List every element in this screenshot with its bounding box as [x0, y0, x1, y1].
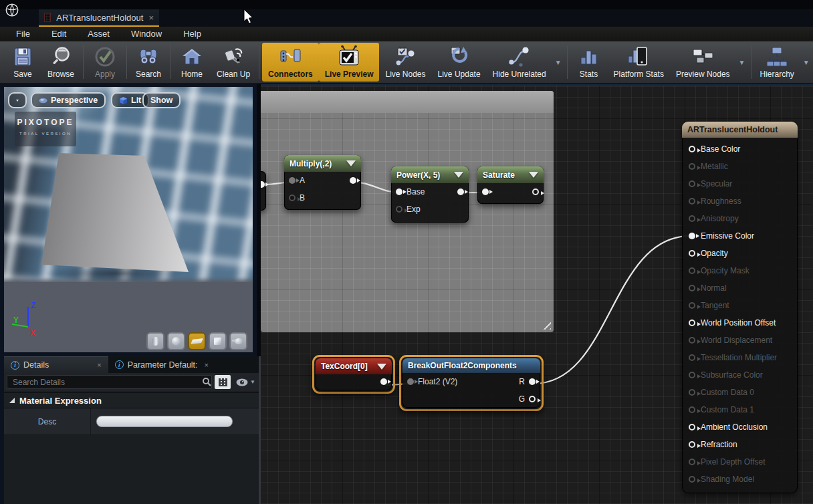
live-preview-button[interactable]: Live Preview [319, 43, 380, 82]
output-pin-g[interactable] [529, 396, 536, 402]
hierarchy-dropdown-icon[interactable]: ▼ [800, 59, 812, 66]
clean-up-button[interactable]: Clean Up [211, 43, 256, 82]
node-power[interactable]: Power(X, 5) Base Exp [391, 166, 469, 223]
input-pin-base[interactable] [396, 188, 402, 195]
input-pin-b[interactable] [289, 195, 296, 201]
material-pin-ambient-occlusion[interactable]: Ambient Occlusion [682, 418, 798, 436]
material-pin-world-displacement[interactable]: World Displacement [682, 332, 798, 349]
input-pin-a[interactable] [289, 177, 296, 184]
preview-nodes-button[interactable]: Preview Nodes [670, 43, 736, 82]
node-texcoord-selection[interactable]: TexCoord[0] [312, 355, 395, 394]
close-icon[interactable]: × [205, 361, 209, 369]
material-expression-section-header[interactable]: Material Expression [4, 392, 261, 408]
asset-tab[interactable]: ARTranslucentHoldout × [39, 9, 159, 27]
output-pin[interactable] [532, 188, 539, 195]
output-pin[interactable] [380, 378, 387, 385]
material-pin-anisotropy[interactable]: Anisotropy [682, 210, 798, 227]
node-breakout-selection[interactable]: BreakOutFloat2Components Float2 (V2) R G [399, 355, 544, 411]
menu-window[interactable]: Window [122, 27, 171, 40]
hide-unrelated-dropdown-icon[interactable]: ▼ [552, 59, 564, 66]
material-pin-base-color[interactable]: Base Color [682, 140, 798, 158]
desc-input[interactable] [96, 416, 233, 427]
node-breakout[interactable]: BreakOutFloat2Components Float2 (V2) R G [402, 358, 540, 408]
save-button[interactable]: Save [4, 43, 41, 82]
pin-icon [689, 285, 695, 291]
mesh-cylinder-button[interactable] [146, 332, 164, 350]
input-pin[interactable] [482, 188, 489, 195]
preview-viewport[interactable]: Perspective Lit Show PIXOTOPE TRIAL VERS… [0, 84, 257, 356]
visibility-filter-button[interactable]: ▼ [233, 378, 258, 386]
chevron-down-icon[interactable] [346, 160, 356, 166]
chevron-down-icon[interactable] [529, 172, 538, 178]
chevron-down-icon[interactable] [377, 364, 386, 370]
material-pin-opacity[interactable]: Opacity [682, 245, 798, 262]
node-header[interactable]: Multiply(,2) [284, 155, 361, 172]
material-graph-canvas[interactable]: Multiply(,2) A B Power(X, 5) Base Exp [261, 84, 813, 504]
material-output-node[interactable]: ARTranslucentHoldout Base Color Metallic… [682, 122, 798, 493]
output-pin[interactable] [457, 188, 464, 195]
grid-view-button[interactable] [215, 375, 231, 389]
tab-close-icon[interactable]: × [148, 13, 154, 23]
search-button[interactable]: Search [130, 43, 167, 82]
platform-stats-button[interactable]: Platform Stats [608, 43, 670, 82]
home-button[interactable]: Home [173, 43, 211, 82]
output-pin[interactable] [350, 177, 356, 184]
menu-file[interactable]: File [7, 27, 39, 40]
browse-button[interactable]: Browse [41, 43, 80, 82]
search-details-input[interactable] [7, 375, 212, 389]
input-pin-float2[interactable] [407, 378, 414, 385]
mesh-cube-button[interactable] [209, 332, 227, 350]
output-pin-r[interactable] [529, 378, 536, 385]
material-pin-custom-data-1[interactable]: Custom Data 1 [682, 401, 798, 418]
material-node-header[interactable]: ARTranslucentHoldout [682, 122, 798, 138]
output-pin[interactable] [261, 181, 265, 188]
close-icon[interactable]: × [97, 361, 101, 369]
node-header[interactable]: BreakOutFloat2Components [402, 358, 540, 373]
connectors-button[interactable]: Connectors [262, 43, 319, 82]
node-header[interactable]: Saturate [477, 166, 544, 183]
node-multiply[interactable]: Multiply(,2) A B [284, 155, 361, 210]
material-pin-metallic[interactable]: Metallic [682, 158, 798, 175]
hierarchy-button[interactable]: Hierarchy [754, 43, 800, 82]
material-pin-tangent[interactable]: Tangent [682, 297, 798, 314]
node-header[interactable]: TexCoord[0] [316, 358, 392, 374]
offscreen-node[interactable] [261, 171, 266, 211]
hide-unrelated-button[interactable]: Hide Unrelated [487, 43, 552, 82]
material-pin-specular[interactable]: Specular [682, 175, 798, 193]
viewport-options-dropdown[interactable] [8, 92, 27, 108]
preview-nodes-dropdown-icon[interactable]: ▼ [736, 59, 748, 66]
node-saturate[interactable]: Saturate [477, 166, 544, 204]
mesh-plane-button[interactable] [188, 332, 206, 350]
pin-icon [689, 146, 695, 152]
live-nodes-button[interactable]: Live Nodes [379, 43, 431, 82]
material-pin-world-position-offset[interactable]: World Position Offset [682, 314, 798, 332]
material-pin-pixel-depth-offset[interactable]: Pixel Depth Offset [682, 453, 798, 471]
comment-title-bar[interactable] [261, 91, 554, 113]
chevron-down-icon[interactable] [454, 172, 463, 178]
perspective-button[interactable]: Perspective [31, 92, 106, 108]
material-pin-shading-model[interactable]: Shading Model [682, 471, 798, 488]
mesh-sphere-button[interactable] [167, 332, 185, 350]
material-pin-subsurface-color[interactable]: Subsurface Color [682, 366, 798, 384]
material-pin-emissive-color[interactable]: Emissive Color [682, 227, 798, 245]
comment-resize-handle[interactable] [542, 320, 551, 330]
menu-edit[interactable]: Edit [42, 27, 76, 40]
tab-details[interactable]: i Details × [4, 356, 108, 373]
menu-asset[interactable]: Asset [78, 27, 119, 40]
material-pin-custom-data-0[interactable]: Custom Data 0 [682, 384, 798, 401]
material-pin-refraction[interactable]: Refraction [682, 436, 798, 453]
show-button[interactable]: Show [142, 92, 181, 108]
material-pin-roughness[interactable]: Roughness [682, 193, 798, 210]
node-header[interactable]: Power(X, 5) [391, 166, 469, 183]
material-pin-normal[interactable]: Normal [682, 279, 798, 297]
live-update-button[interactable]: Live Update [432, 43, 487, 82]
mesh-teapot-button[interactable] [229, 332, 247, 350]
material-pin-tessellation-multiplier[interactable]: Tessellation Multiplier [682, 349, 798, 366]
stats-button[interactable]: Stats [570, 43, 608, 82]
node-texcoord[interactable]: TexCoord[0] [316, 358, 392, 390]
apply-button[interactable]: Apply [86, 43, 124, 82]
input-pin-exp[interactable] [396, 206, 402, 213]
material-pin-opacity-mask[interactable]: Opacity Mask [682, 262, 798, 279]
tab-parameter-defaults[interactable]: i Parameter Default: × [108, 356, 215, 373]
menu-help[interactable]: Help [174, 27, 211, 40]
